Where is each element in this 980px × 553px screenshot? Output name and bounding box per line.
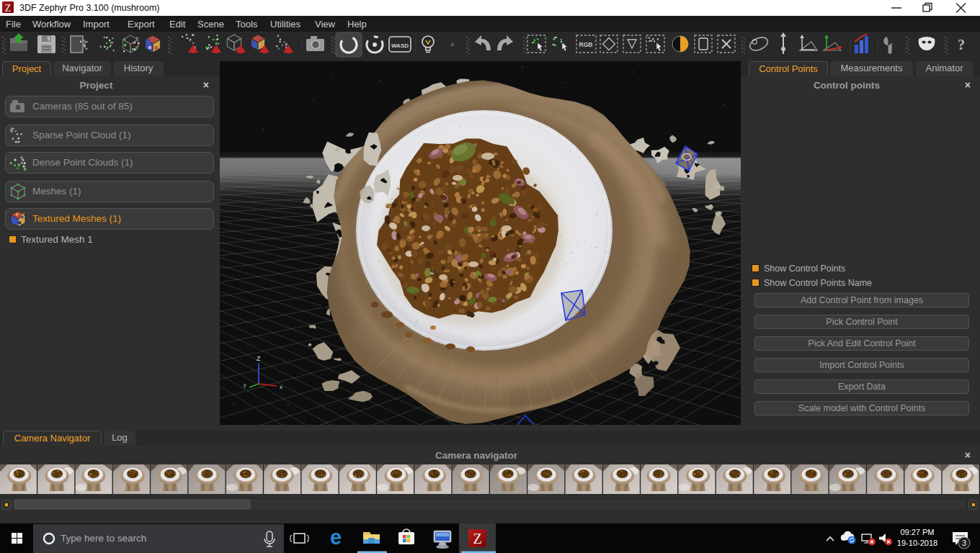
svg-text:Z: Z	[257, 355, 261, 362]
svg-text:?: ?	[958, 37, 965, 53]
svg-text:y: y	[244, 382, 246, 388]
svg-text:RGB: RGB	[579, 41, 593, 48]
svg-text:Z: Z	[5, 3, 12, 14]
svg-text:3: 3	[962, 539, 966, 547]
svg-text:Z: Z	[473, 531, 481, 547]
svg-text:e: e	[330, 526, 342, 549]
svg-text:x: x	[280, 384, 282, 390]
svg-text:WASD: WASD	[391, 42, 409, 49]
svg-text:»: »	[450, 40, 455, 48]
